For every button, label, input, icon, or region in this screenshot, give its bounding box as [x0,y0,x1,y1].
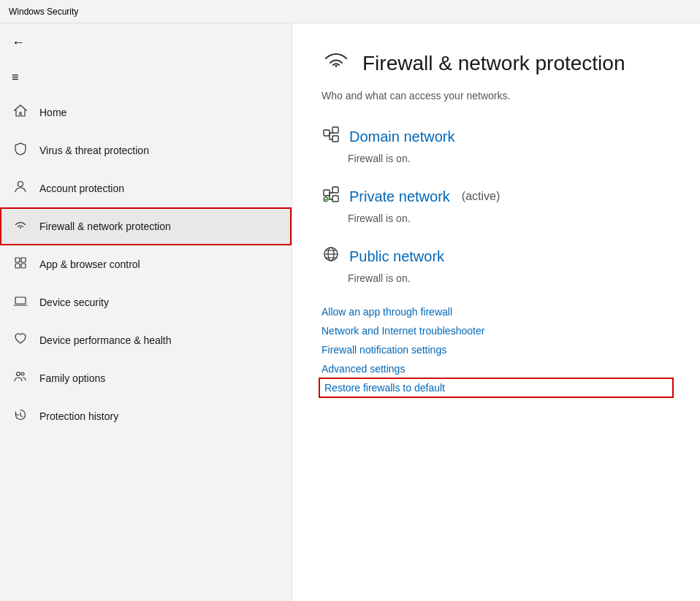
domain-network-status: Firewall is on. [348,153,671,164]
svg-rect-8 [324,130,330,136]
svg-rect-4 [21,264,26,268]
sidebar-item-family-label: Family options [39,372,105,384]
shield-icon [12,142,29,160]
sidebar-item-family[interactable]: Family options [0,359,292,397]
sidebar-item-virus[interactable]: Virus & threat protection [0,131,292,169]
svg-rect-5 [15,297,26,304]
svg-rect-12 [332,187,338,193]
main-content: Firewall & network protection Who and wh… [292,23,700,601]
public-network-name[interactable]: Public network [349,248,444,265]
laptop-icon [12,294,29,312]
page-title: Firewall & network protection [362,52,625,75]
hamburger-button[interactable]: ≡ [0,61,292,93]
domain-network-title-row: Domain network [322,125,671,148]
sidebar-item-virus-label: Virus & threat protection [39,145,149,156]
private-network-title-row: Private network (active) [322,185,671,208]
family-icon [12,370,29,388]
sidebar-item-home[interactable]: Home [0,93,292,131]
domain-network-icon [322,125,341,148]
public-network-title-row: Public network [322,245,671,268]
network-section-private: Private network (active) Firewall is on. [322,185,671,224]
sidebar-item-device-security[interactable]: Device security [0,283,292,321]
allow-app-link[interactable]: Allow an app through firewall [322,305,671,319]
restore-firewalls-link[interactable]: Restore firewalls to default [322,380,671,395]
svg-rect-9 [332,127,338,133]
sidebar-item-account-label: Account protection [39,183,124,194]
public-network-icon [322,245,341,268]
sidebar-item-firewall[interactable]: Firewall & network protection [0,207,292,245]
back-button[interactable]: ← [12,35,25,50]
network-section-public: Public network Firewall is on. [322,245,671,284]
page-header: Firewall & network protection [322,45,671,81]
sidebar-item-firewall-label: Firewall & network protection [39,221,171,232]
page-subtitle: Who and what can access your networks. [322,90,671,102]
title-bar: Windows Security [0,0,700,23]
sidebar-item-device-security-label: Device security [39,296,109,308]
sidebar-item-history-label: Protection history [39,410,118,422]
links-section: Allow an app through firewall Network an… [322,305,671,395]
sidebar-item-health-label: Device performance & health [39,334,172,346]
svg-rect-10 [332,136,338,142]
sidebar-item-health[interactable]: Device performance & health [0,321,292,359]
sidebar-item-app[interactable]: App & browser control [0,245,292,283]
health-icon [12,332,29,350]
svg-rect-3 [15,264,20,268]
svg-rect-13 [332,196,338,202]
page-header-icon [322,45,351,81]
svg-rect-1 [15,258,20,262]
network-section-domain: Domain network Firewall is on. [322,125,671,164]
app-title: Windows Security [9,7,78,17]
svg-point-6 [17,372,20,375]
person-icon [12,180,29,198]
sidebar-item-history[interactable]: Protection history [0,397,292,435]
sidebar: ← ≡ Home Virus & threat protection [0,23,292,601]
home-icon [12,104,29,122]
sidebar-item-home-label: Home [39,107,66,118]
public-network-status: Firewall is on. [348,272,671,284]
private-network-icon [322,185,341,208]
advanced-settings-link[interactable]: Advanced settings [322,361,671,376]
svg-rect-11 [324,190,330,196]
troubleshooter-link[interactable]: Network and Internet troubleshooter [322,324,671,338]
svg-point-7 [21,372,24,375]
sidebar-header: ← [0,23,292,61]
svg-rect-2 [21,258,26,262]
history-icon [12,407,29,426]
private-network-status: Firewall is on. [348,213,671,224]
domain-network-name[interactable]: Domain network [349,129,455,145]
private-network-name[interactable]: Private network [349,188,450,205]
svg-point-0 [18,181,23,186]
app-icon [12,256,29,274]
notification-settings-link[interactable]: Firewall notification settings [322,342,671,357]
app-container: ← ≡ Home Virus & threat protection [0,23,700,601]
wifi-icon [12,218,29,236]
private-network-active-badge: (active) [462,190,500,203]
sidebar-item-account[interactable]: Account protection [0,169,292,207]
sidebar-item-app-label: App & browser control [39,259,140,270]
